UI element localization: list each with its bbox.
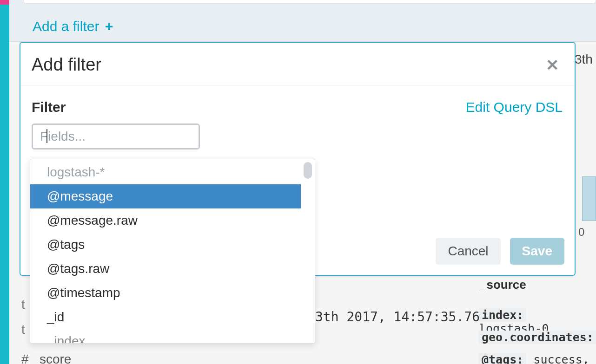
dropdown-item[interactable]: @message	[30, 184, 301, 208]
cancel-button[interactable]: Cancel	[436, 238, 500, 265]
add-filter-label: Add a filter	[33, 19, 99, 34]
timestamp-cell-fragment: 3th 2017, 14:57:35.760	[315, 309, 488, 325]
source-kv-tags: @tags: success, i	[479, 353, 596, 364]
dropdown-item[interactable]: @tags.raw	[30, 257, 301, 281]
dropdown-item[interactable]: @tags	[30, 233, 301, 257]
modal-header: Add filter ✕	[20, 43, 575, 85]
edit-query-dsl-link[interactable]: Edit Query DSL	[466, 99, 563, 115]
dropdown-item[interactable]: @message.raw	[30, 208, 301, 233]
modal-footer: Cancel Save	[436, 238, 564, 265]
filter-bar: Add a filter +	[9, 0, 596, 42]
sidebar-field-fragment: t	[21, 322, 25, 337]
modal-title: Add filter	[32, 55, 101, 75]
kv-key: geo.coordinates:	[479, 331, 596, 344]
dropdown-scrollbar-thumb[interactable]	[304, 162, 312, 179]
text-caret	[46, 129, 47, 143]
sidebar-score-row: # _score	[21, 352, 71, 364]
fields-input[interactable]	[32, 124, 200, 150]
app-left-stripe	[0, 0, 9, 364]
source-column-header: _source	[480, 278, 526, 292]
modal-body: Filter Edit Query DSL	[20, 85, 575, 150]
save-button[interactable]: Save	[510, 238, 564, 265]
app-left-stripe-accent	[0, 0, 9, 5]
plus-icon: +	[105, 19, 113, 34]
dropdown-item[interactable]: _id	[30, 305, 301, 329]
fields-dropdown: logstash-* @message @message.raw @tags @…	[30, 159, 315, 344]
filter-section-label: Filter	[32, 99, 66, 115]
chart-fragment	[582, 176, 596, 221]
dropdown-item[interactable]: _index	[30, 329, 301, 343]
add-filter-link[interactable]: Add a filter +	[33, 19, 113, 34]
sidebar-field-fragment: t	[21, 297, 25, 312]
dropdown-scrollbar-track[interactable]	[304, 162, 312, 340]
search-bar-fragment	[23, 0, 596, 4]
dropdown-item[interactable]: @timestamp	[30, 281, 301, 305]
timerange-fragment: 3th	[575, 52, 593, 67]
close-icon[interactable]: ✕	[546, 57, 559, 73]
dropdown-group-label: logstash-*	[30, 159, 301, 184]
kv-key: @tags:	[479, 353, 526, 364]
source-kv-geo: geo.coordinates:	[479, 331, 596, 344]
kv-key: index:	[479, 308, 526, 322]
axis-zero-label: 0	[578, 226, 584, 239]
